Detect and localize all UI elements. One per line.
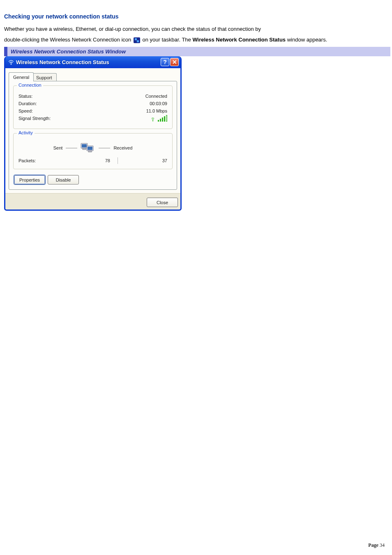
packets-row: Packets: 78 37: [18, 157, 167, 164]
tab-panel-general: Connection Status: Connected Duration: 0…: [9, 81, 177, 190]
tab-support[interactable]: Support: [32, 73, 57, 81]
body-text-fragment: window appears.: [287, 37, 327, 43]
status-row: Status: Connected: [18, 92, 167, 100]
svg-rect-1: [11, 62, 11, 64]
line-icon: [66, 148, 77, 148]
tab-strip: General Support: [9, 72, 177, 81]
two-monitors-icon: [81, 142, 95, 154]
line-icon: [99, 148, 110, 148]
packets-label: Packets:: [18, 158, 55, 163]
activity-diagram: Sent: [18, 142, 167, 154]
page-number-value: 34: [380, 542, 385, 548]
duration-value: 00:03:09: [150, 101, 167, 106]
dialog-footer: Close: [5, 193, 180, 210]
dialog-button-row: Properties Disable: [13, 173, 173, 184]
body-paragraph-2: double-clicking the Wireless Network Con…: [4, 36, 388, 44]
signal-strength-icon: [152, 116, 167, 122]
svg-rect-4: [82, 144, 87, 147]
section-heading: Checking your network connection status: [4, 13, 388, 20]
duration-label: Duration:: [18, 101, 37, 106]
received-label: Received: [113, 145, 132, 150]
tab-general[interactable]: General: [9, 72, 34, 81]
page-number: Page 34: [368, 542, 385, 548]
activity-group: Activity Sent: [13, 133, 173, 169]
body-paragraph-1: Whether you have a wireless, Ethernet, o…: [4, 25, 388, 33]
status-label: Status:: [18, 94, 32, 99]
svg-rect-5: [83, 148, 86, 150]
dialog-titlebar[interactable]: Wireless Network Connection Status ? ✕: [5, 56, 180, 68]
help-button[interactable]: ?: [161, 58, 169, 66]
body-text-fragment: on your taskbar. The: [143, 37, 193, 43]
speed-label: Speed:: [18, 108, 33, 113]
body-text-fragment: double-clicking the Wireless Network Con…: [4, 37, 133, 43]
close-icon: ✕: [172, 59, 177, 65]
dialog-body: General Support Connection Status: Conne…: [5, 68, 180, 193]
signal-row: Signal Strength:: [18, 115, 167, 124]
activity-legend: Activity: [17, 130, 35, 135]
duration-row: Duration: 00:03:09: [18, 100, 167, 107]
close-button[interactable]: Close: [147, 198, 178, 207]
disable-button[interactable]: Disable: [48, 175, 79, 184]
question-icon: ?: [163, 59, 167, 65]
packets-received-value: 37: [118, 158, 167, 163]
wireless-icon: [8, 59, 14, 65]
connection-legend: Connection: [17, 83, 43, 88]
body-text-bold: Wireless Network Connection Status: [192, 37, 286, 43]
close-window-button[interactable]: ✕: [170, 58, 179, 66]
svg-rect-8: [88, 151, 92, 152]
signal-label: Signal Strength:: [18, 116, 51, 122]
properties-button[interactable]: Properties: [14, 175, 45, 184]
speed-row: Speed: 11.0 Mbps: [18, 107, 167, 115]
signal-value: [152, 116, 167, 122]
dialog-title: Wireless Network Connection Status: [16, 59, 161, 65]
page-number-label: Page: [368, 542, 380, 548]
svg-rect-7: [88, 147, 92, 150]
status-value: Connected: [145, 94, 167, 99]
packets-sent-value: 78: [55, 158, 118, 163]
titlebar-buttons: ? ✕: [161, 58, 179, 66]
svg-point-2: [152, 120, 154, 122]
speed-value: 11.0 Mbps: [146, 108, 167, 113]
taskbar-connection-icon: [134, 37, 140, 43]
figure-caption-bar: Wireless Network Connection Status Windo…: [4, 47, 390, 56]
wireless-status-dialog: Wireless Network Connection Status ? ✕ G…: [4, 56, 182, 211]
sent-label: Sent: [53, 145, 63, 150]
connection-group: Connection Status: Connected Duration: 0…: [13, 85, 173, 129]
document-page: Checking your network connection status …: [0, 0, 392, 555]
